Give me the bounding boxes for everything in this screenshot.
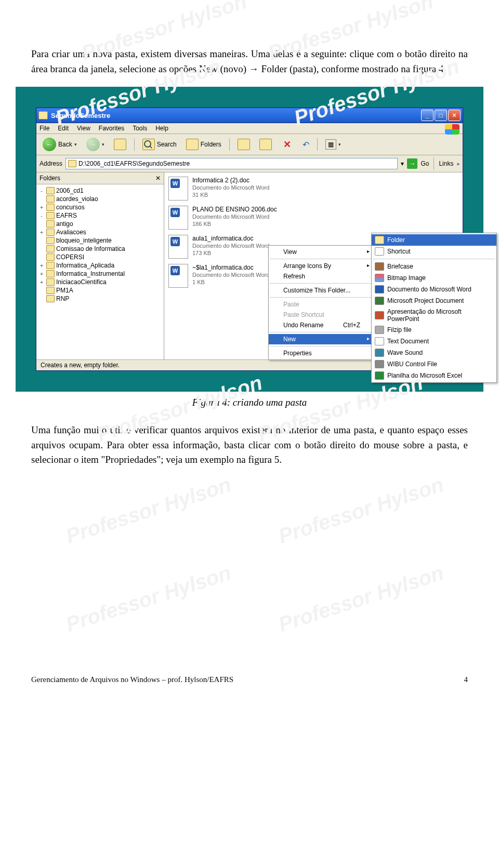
submenu-item[interactable]: Microsoft Project Document (372, 295, 496, 306)
tree-node[interactable]: -2006_cd1 (38, 186, 162, 195)
tree-node[interactable]: antigo (38, 220, 162, 228)
views-button[interactable]: ▦▾ (322, 138, 344, 151)
watermark: Professor Hylson (275, 472, 447, 547)
explorer-window: SegundoSemestre _ □ × File Edit View Fav… (36, 108, 463, 371)
submenu-item[interactable]: Text Document (372, 336, 496, 347)
brief-icon (375, 262, 384, 271)
close-button[interactable]: × (448, 110, 461, 121)
delete-button[interactable]: ✕ (278, 137, 296, 152)
tree-node[interactable]: +Avaliacoes (38, 228, 162, 236)
submenu-item[interactable]: Bitmap Image (372, 272, 496, 284)
watermark: Professor Hylson (275, 560, 447, 636)
w-icon (375, 285, 384, 293)
wibu-icon (375, 360, 384, 368)
menu-favorites[interactable]: Favorites (99, 125, 124, 132)
ctx-refresh[interactable]: Refresh (269, 271, 373, 282)
word-doc-icon: W (168, 264, 188, 288)
menu-help[interactable]: Help (155, 125, 168, 132)
go-button[interactable]: → (407, 158, 417, 169)
zip-icon (375, 326, 384, 334)
ctx-new[interactable]: New (269, 334, 373, 344)
copyto-icon (259, 139, 272, 150)
tree-node[interactable]: PM1A (38, 286, 162, 295)
address-label: Address (40, 160, 62, 167)
menu-view[interactable]: View (77, 125, 90, 132)
moveto-icon (238, 139, 250, 150)
xl-icon (375, 371, 384, 380)
menubar: File Edit View Favorites Tools Help (36, 123, 463, 134)
links-label[interactable]: Links (439, 160, 453, 167)
tree-node[interactable]: RNP (38, 295, 162, 303)
delete-x-icon: ✕ (281, 139, 293, 150)
tree-node[interactable]: Comissao de Informatica (38, 245, 162, 253)
tree-node[interactable]: COPERSI (38, 253, 162, 261)
bmp-icon (375, 274, 384, 282)
menu-tools[interactable]: Tools (133, 125, 147, 132)
submenu-item[interactable]: Briefcase (372, 261, 496, 272)
file-list[interactable]: WInformatica 2 (2).docDocumento do Micro… (164, 172, 463, 359)
pj-icon (375, 297, 384, 305)
toolbar: ← Back ▾ → ▾ Search Folder (36, 134, 463, 155)
address-bar: Address D:\2006_cd1\EAFRS\SegundoSemestr… (36, 155, 463, 172)
address-value: D:\2006_cd1\EAFRS\SegundoSemestre (78, 160, 190, 167)
tree-node[interactable]: bloqueio_inteligente (38, 236, 162, 245)
ctx-customize[interactable]: Customize This Folder... (269, 285, 373, 296)
ctx-paste: Paste (269, 299, 373, 310)
undo-button[interactable]: ↶ (299, 138, 312, 151)
views-icon: ▦ (325, 139, 336, 150)
links-chevron[interactable]: » (456, 161, 459, 167)
back-button[interactable]: ← Back ▾ (40, 136, 80, 153)
folder-icon (68, 160, 76, 167)
tree-node[interactable]: +Informatica_Instrumental (38, 270, 162, 278)
wav-icon (375, 349, 384, 357)
word-doc-icon: W (168, 206, 188, 230)
folders-button[interactable]: Folders (183, 137, 225, 152)
context-menu: View Arrange Icons By Refresh Customize … (268, 245, 373, 360)
submenu-item[interactable]: Filzip file (372, 324, 496, 336)
folders-title: Folders (40, 175, 60, 182)
watermark: Professor Hylson (63, 560, 234, 636)
folders-close[interactable]: ✕ (155, 175, 161, 182)
tree-node[interactable]: +IniciacaoCientifica (38, 278, 162, 286)
tree-node[interactable]: +concursos (38, 203, 162, 211)
ctx-arrange[interactable]: Arrange Icons By (269, 261, 373, 271)
forward-button[interactable]: → ▾ (83, 136, 108, 153)
windows-flag-icon (445, 124, 459, 135)
up-button[interactable] (111, 137, 129, 152)
ctx-paste-shortcut: Paste Shortcut (269, 310, 373, 320)
tree-node[interactable]: +Informatica_Aplicada (38, 261, 162, 270)
ctx-view[interactable]: View (269, 247, 373, 257)
ctx-undo[interactable]: Undo RenameCtrl+Z (269, 320, 373, 330)
watermark: Professor Hylson (63, 472, 234, 547)
up-icon (114, 139, 126, 150)
moveto-button[interactable] (234, 137, 253, 152)
folder-icon (38, 111, 48, 119)
file-item[interactable]: WInformatica 2 (2).docDocumento do Micro… (168, 177, 458, 201)
ctx-properties[interactable]: Properties (269, 348, 373, 358)
file-item[interactable]: WPLANO DE ENSINO 2006.docDocumento do Mi… (168, 206, 458, 230)
submenu-item[interactable]: Folder (372, 234, 496, 246)
maximize-button[interactable]: □ (435, 110, 447, 121)
word-doc-icon: W (168, 177, 188, 201)
folders-icon (186, 139, 199, 150)
submenu-item[interactable]: Wave Sound (372, 347, 496, 358)
folder-tree[interactable]: -2006_cd1acordes_violao+concursos-EAFRSa… (36, 184, 164, 359)
word-doc-icon: W (168, 235, 188, 259)
submenu-item[interactable]: Apresentação do Microsoft PowerPoint (372, 306, 496, 324)
address-field[interactable]: D:\2006_cd1\EAFRS\SegundoSemestre (65, 158, 398, 169)
address-dropdown[interactable]: ▾ (401, 160, 404, 167)
search-button[interactable]: Search (139, 137, 180, 152)
tree-node[interactable]: -EAFRS (38, 211, 162, 220)
menu-file[interactable]: File (40, 125, 49, 132)
undo-icon: ↶ (303, 140, 309, 150)
sc-icon (375, 247, 384, 256)
footer-left: Gerenciamento de Arquivos no Windows – p… (31, 675, 233, 684)
tree-node[interactable]: acordes_violao (38, 195, 162, 203)
submenu-item[interactable]: Documento do Microsoft Word (372, 284, 496, 295)
pp-icon (375, 311, 384, 319)
submenu-item[interactable]: WIBU Control File (372, 358, 496, 370)
copyto-button[interactable] (256, 137, 275, 152)
screenshot-area: Professor Hylson Professor Hylson Segund… (16, 87, 483, 392)
minimize-button[interactable]: _ (421, 110, 434, 121)
submenu-item[interactable]: Shortcut (372, 246, 496, 257)
